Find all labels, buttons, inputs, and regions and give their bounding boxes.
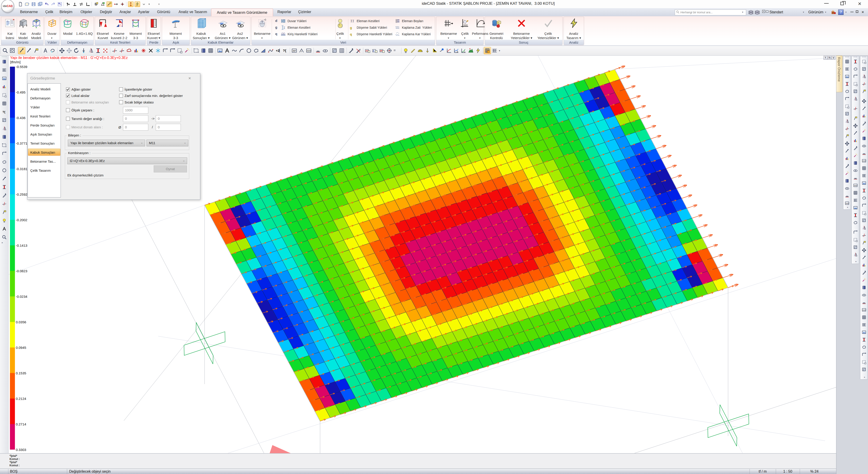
svg-text:mm²: mm² bbox=[307, 50, 311, 52]
svg-text:?{: ?{ bbox=[283, 49, 286, 53]
svg-text:Z: Z bbox=[373, 50, 374, 52]
svg-text:II: II bbox=[350, 20, 354, 23]
svg-text:mm²: mm² bbox=[854, 185, 857, 187]
svg-text:m²: m² bbox=[293, 49, 296, 53]
svg-text:mm²: mm² bbox=[862, 160, 866, 162]
svg-text:?{: ?{ bbox=[2, 110, 5, 114]
svg-text:?: ? bbox=[301, 50, 302, 53]
svg-text:mm²: mm² bbox=[862, 309, 866, 311]
svg-text:3P: 3P bbox=[380, 50, 383, 52]
svg-text:2: 2 bbox=[464, 51, 465, 53]
svg-text:P: P bbox=[457, 51, 458, 53]
svg-text:mm²: mm² bbox=[845, 202, 849, 204]
svg-text:+2: +2 bbox=[276, 49, 279, 53]
